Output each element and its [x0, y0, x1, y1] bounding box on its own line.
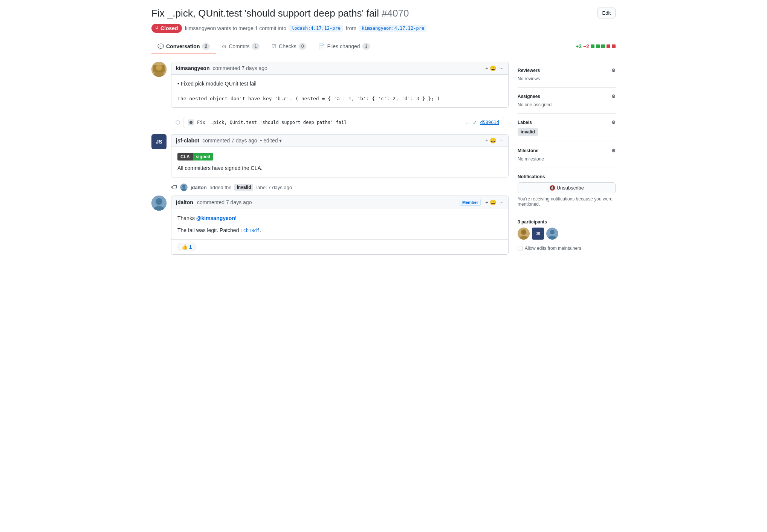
- comment-box-clabot: jsf-clabot commented 7 days ago • edited…: [171, 134, 509, 177]
- from-text: from: [346, 25, 356, 31]
- comment-header-kimsangyeon: kimsangyeon commented 7 days ago + 😀 ···: [171, 62, 508, 75]
- comment-jsf-clabot: JS jsf-clabot commented 7 days ago • edi…: [151, 134, 509, 177]
- more-options-clabot-button[interactable]: ···: [499, 138, 504, 144]
- tabs-row: 💬 Conversation 2 ⊙ Commits 1 ☑ Checks 0 …: [151, 39, 616, 54]
- assignees-title: Assignees: [518, 94, 540, 99]
- edit-button[interactable]: Edit: [597, 8, 616, 18]
- jdalton-line1: Thanks @kimsangyeon!: [177, 215, 502, 221]
- mention-kimsangyeon[interactable]: @kimsangyeon: [196, 215, 235, 221]
- diff-block-2: [596, 44, 600, 48]
- assignees-value: No one assigned: [518, 102, 616, 107]
- edited-dropdown-icon[interactable]: ▾: [279, 138, 282, 144]
- commit-dots-button[interactable]: ···: [466, 120, 470, 125]
- pr-title-text: Fix _.pick, QUnit.test 'should support d…: [151, 8, 379, 19]
- tab-checks[interactable]: ☑ Checks 0: [266, 39, 312, 54]
- tab-commits[interactable]: ⊙ Commits 1: [216, 39, 266, 54]
- svg-rect-3: [154, 72, 163, 77]
- reviewers-gear-icon[interactable]: ⚙: [611, 68, 616, 73]
- tab-checks-badge: 0: [299, 43, 307, 50]
- sidebar-participants: 3 participants JS: [518, 213, 616, 257]
- unsubscribe-button[interactable]: 🔇 Unsubscribe: [518, 182, 616, 193]
- jdalton-patched-text: The fail was legit. Patched: [177, 227, 240, 233]
- comment-author-kimsangyeon: kimsangyeon: [176, 65, 209, 71]
- more-options-button[interactable]: ···: [499, 65, 504, 71]
- svg-point-16: [550, 230, 555, 234]
- patch-commit-link[interactable]: 1cb18df: [240, 228, 260, 233]
- tab-files-badge: 1: [362, 43, 370, 50]
- comment-actions-clabot: + 😀 ···: [485, 138, 504, 144]
- add-reaction-jdalton-button[interactable]: + 😀: [485, 199, 496, 205]
- label-event-action: added the: [210, 185, 232, 190]
- bullet-item: Fixed pick module QUnit test fail: [177, 81, 502, 87]
- conversation-column: kimsangyeon commented 7 days ago + 😀 ···…: [151, 62, 509, 261]
- commit-check-icon: ✓: [473, 120, 477, 125]
- sidebar-notifications: Notifications 🔇 Unsubscribe You're recei…: [518, 168, 616, 213]
- comment-box-jdalton: jdalton commented 7 days ago Member + 😀 …: [171, 196, 509, 255]
- comment-actions-jdalton: Member + 😀 ···: [460, 199, 504, 206]
- jdalton-thanks: Thanks: [177, 215, 196, 221]
- diff-block-1: [591, 44, 594, 48]
- diff-stats: +3 −2: [576, 43, 616, 49]
- cla-badges: CLA signed: [177, 153, 502, 161]
- base-branch-link[interactable]: lodash:4.17.12-pre: [289, 25, 343, 32]
- svg-point-5: [189, 121, 193, 124]
- commit-hash-link[interactable]: d58961d: [480, 120, 499, 125]
- participants-list: JS: [518, 228, 616, 240]
- tab-files-label: Files changed: [327, 43, 360, 49]
- comment-body-clabot: CLA signed All committers have signed th…: [171, 147, 508, 177]
- notifications-title: Notifications: [518, 174, 545, 179]
- thumbsup-reaction-button[interactable]: 👍 1: [177, 243, 196, 251]
- tab-conversation-badge: 2: [202, 43, 210, 50]
- milestone-gear-icon[interactable]: ⚙: [611, 148, 616, 153]
- participant-avatar-jdalton[interactable]: [546, 228, 558, 240]
- more-options-jdalton-button[interactable]: ···: [499, 199, 504, 205]
- clabot-body-text: All committers have signed the CLA.: [177, 165, 502, 171]
- checks-icon: ☑: [272, 43, 277, 49]
- tab-files-changed[interactable]: 📄 Files changed 1: [312, 39, 376, 54]
- comment-box-kimsangyeon: kimsangyeon commented 7 days ago + 😀 ···…: [171, 62, 509, 108]
- merge-icon: ⑂: [155, 25, 158, 31]
- cla-badge: CLA: [177, 153, 193, 161]
- svg-point-10: [156, 198, 162, 205]
- head-branch-link[interactable]: kimsangyeon:4.17.12-pre: [359, 25, 426, 32]
- tab-conversation[interactable]: 💬 Conversation 2: [151, 39, 216, 54]
- diff-add: +3: [576, 43, 582, 49]
- allow-edits-label: Allow edits from maintainers.: [525, 246, 582, 251]
- label-event-row: 🏷 jdalton added the invalid label 7 days…: [171, 183, 509, 191]
- add-reaction-button[interactable]: + 😀: [485, 65, 496, 71]
- svg-point-7: [182, 185, 185, 188]
- label-event-actor: jdalton: [191, 185, 207, 190]
- sidebar: Reviewers ⚙ No reviews Assignees ⚙ No on…: [518, 62, 616, 261]
- reaction-count: 1: [189, 244, 192, 250]
- comment-author-jdalton: jdalton: [176, 199, 193, 205]
- participant-avatar-clabot[interactable]: JS: [532, 228, 544, 240]
- comment-edited-clabot: • edited: [260, 138, 278, 144]
- merge-text: kimsangyeon wants to merge 1 commit into: [185, 25, 286, 31]
- member-badge: Member: [460, 199, 481, 206]
- jdalton-period: .: [260, 227, 261, 233]
- commit-ref-row: Fix _.pick, QUnit.test 'should support d…: [171, 114, 509, 131]
- labels-gear-icon[interactable]: ⚙: [611, 120, 616, 125]
- jdalton-exclaim: !: [235, 215, 237, 221]
- commits-icon: ⊙: [222, 43, 226, 49]
- milestone-value: No milestone: [518, 156, 616, 162]
- allow-edits-row: Allow edits from maintainers.: [518, 246, 616, 251]
- comment-time-clabot: commented 7 days ago: [202, 138, 257, 144]
- participant-avatar-kimsangyeon[interactable]: [518, 228, 530, 240]
- closed-label: Closed: [160, 25, 178, 31]
- jdalton-line2: The fail was legit. Patched 1cb18df.: [177, 227, 502, 233]
- add-reaction-clabot-button[interactable]: + 😀: [485, 138, 496, 144]
- bullet-list: Fixed pick module QUnit test fail: [177, 81, 502, 87]
- closed-badge: ⑂ Closed: [151, 24, 182, 33]
- comment-jdalton: jdalton commented 7 days ago Member + 😀 …: [151, 196, 509, 255]
- avatar-jdalton: [151, 196, 167, 211]
- participants-title: 3 participants: [518, 219, 547, 225]
- reaction-emoji: 👍: [182, 244, 188, 250]
- comment-body-jdalton: Thanks @kimsangyeon! The fail was legit.…: [171, 209, 508, 239]
- allow-edits-checkbox[interactable]: [518, 246, 523, 251]
- assignees-gear-icon[interactable]: ⚙: [611, 94, 616, 99]
- svg-point-13: [521, 229, 526, 235]
- reviewers-title: Reviewers: [518, 68, 540, 73]
- commit-link-box: Fix _.pick, QUnit.test 'should support d…: [183, 117, 504, 128]
- pr-number: #4070: [382, 8, 409, 19]
